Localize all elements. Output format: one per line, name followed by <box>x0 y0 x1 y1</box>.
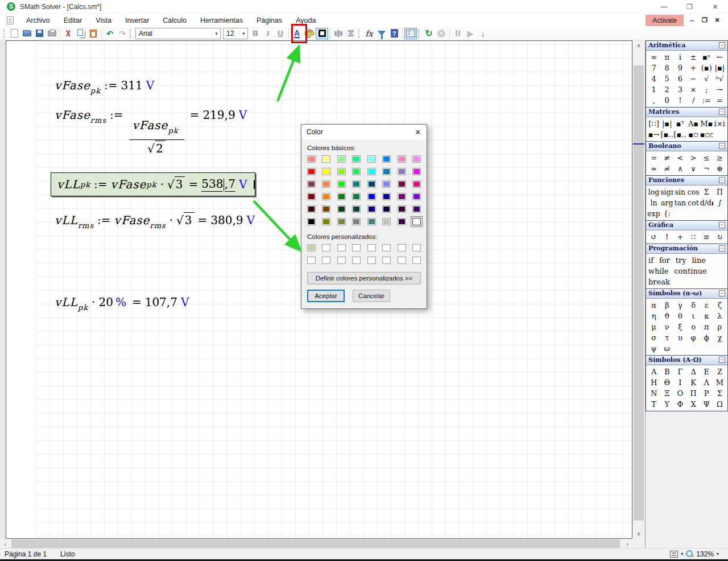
palette-button[interactable]: Ε <box>700 366 713 377</box>
vertical-scrollbar[interactable]: ∧ ∨ <box>633 40 644 539</box>
chevron-down-icon[interactable]: ▾ <box>239 31 247 36</box>
reference-button[interactable]: ? <box>388 28 400 39</box>
palette-button[interactable]: / <box>686 95 700 106</box>
custom-color-swatch[interactable] <box>367 257 376 264</box>
collapse-icon[interactable]: − <box>719 290 725 296</box>
palette-button[interactable]: < <box>673 152 686 163</box>
palette-button[interactable]: line <box>692 255 706 266</box>
panel-header[interactable]: Programación − <box>646 244 727 254</box>
palette-button[interactable]: ≤ <box>700 152 713 163</box>
palette-button[interactable]: while <box>648 266 669 277</box>
palette-button[interactable]: ξ <box>673 321 686 332</box>
paste-button[interactable] <box>87 28 100 39</box>
palette-button[interactable]: Π <box>713 187 726 197</box>
palette-button[interactable]: log <box>647 187 660 197</box>
palette-button[interactable]: ↻ <box>713 232 726 242</box>
color-swatch[interactable] <box>412 218 421 225</box>
palette-button[interactable]: ¬ <box>700 163 713 174</box>
palette-button[interactable]: ε <box>700 300 713 311</box>
palette-button[interactable]: ▪ⁿ <box>700 52 713 63</box>
palette-button[interactable]: ∨ <box>686 163 700 174</box>
palette-button[interactable]: Γ <box>673 366 686 377</box>
color-swatch[interactable] <box>322 168 330 175</box>
print-button[interactable] <box>46 28 58 39</box>
palette-button[interactable]: > <box>686 152 700 163</box>
color-swatch[interactable] <box>307 193 316 200</box>
palette-button[interactable]: tan <box>673 197 686 208</box>
palette-button[interactable]: {: <box>660 208 673 219</box>
palette-button[interactable]: Κ <box>686 377 700 388</box>
pause-button[interactable] <box>452 28 464 39</box>
palette-button[interactable]: cos <box>686 187 700 197</box>
palette-button[interactable]: for <box>659 255 670 266</box>
palette-button[interactable]: − <box>686 73 700 84</box>
custom-color-swatch[interactable] <box>352 257 361 264</box>
palette-button[interactable]: Φ <box>673 399 686 410</box>
italic-button[interactable]: I <box>262 28 274 39</box>
redo-button[interactable]: ↷ <box>116 28 129 39</box>
collapse-icon[interactable]: − <box>719 357 725 363</box>
color-swatch[interactable] <box>307 180 316 188</box>
open-button[interactable] <box>20 28 33 39</box>
color-swatch[interactable] <box>382 155 391 163</box>
scroll-left-icon[interactable]: ‹ <box>0 539 10 548</box>
custom-color-swatch[interactable] <box>382 257 391 264</box>
chevron-down-icon[interactable]: ▾ <box>717 551 719 556</box>
recalculate-button[interactable]: ↻ <box>423 28 435 39</box>
magnifier-icon[interactable] <box>686 550 693 558</box>
palette-button[interactable]: ; <box>700 84 713 95</box>
panel-header[interactable]: Símbolos (α-ω) − <box>646 289 727 299</box>
palette-button[interactable]: M▪ <box>700 118 713 129</box>
menu-item[interactable]: Páginas <box>250 15 289 26</box>
color-swatch[interactable] <box>412 168 421 175</box>
stop-button[interactable]: ✕ <box>435 28 448 39</box>
color-swatch[interactable] <box>352 218 361 225</box>
palette-button[interactable]: ↺ <box>647 232 660 242</box>
font-family-combo[interactable]: Arial ▾ <box>135 28 221 39</box>
palette-button[interactable]: A▪ <box>686 118 700 129</box>
color-swatch[interactable] <box>382 205 391 213</box>
palette-button[interactable]: 7 <box>647 63 660 73</box>
color-swatch[interactable] <box>398 205 406 213</box>
palette-button[interactable]: 9 <box>673 63 686 73</box>
palette-button[interactable]: ▪→ <box>647 129 660 140</box>
palette-button[interactable]: i×i <box>713 118 726 129</box>
palette-button[interactable]: Μ <box>713 377 726 388</box>
color-swatch[interactable] <box>398 218 406 225</box>
color-swatch[interactable] <box>382 193 391 200</box>
formula-vfase-rms[interactable]: vFaserms:=vFasepk√2=219,9V <box>55 108 247 155</box>
dialog-title-bar[interactable]: Color ✕ <box>301 125 427 139</box>
new-button[interactable] <box>8 28 20 39</box>
palette-button[interactable]: π <box>700 321 713 332</box>
toolbar-drag-handle[interactable] <box>3 29 6 38</box>
palette-button[interactable]: 8 <box>660 63 673 73</box>
formula-vll-rms[interactable]: vLLrms:=vFaserms·√3=380,9V <box>55 213 255 230</box>
color-swatch[interactable] <box>382 168 391 175</box>
palette-button[interactable]: ▪▫▫ <box>700 129 713 140</box>
panel-header[interactable]: Símbolos (Α-Ω) − <box>646 356 727 365</box>
palette-button[interactable]: ← <box>713 52 726 63</box>
palette-button[interactable]: θ <box>673 311 686 321</box>
custom-color-swatch[interactable] <box>398 257 406 264</box>
palette-button[interactable]: Π <box>686 388 700 399</box>
align-vertical-button[interactable] <box>345 28 357 39</box>
palette-button[interactable]: ± <box>686 52 700 63</box>
collapse-icon[interactable]: − <box>719 109 725 115</box>
palette-button[interactable]: continue <box>675 266 707 277</box>
panel-header[interactable]: Funciones − <box>646 176 727 185</box>
palette-button[interactable]: 1 <box>647 84 660 95</box>
palette-button[interactable]: ϑ <box>660 311 673 321</box>
palette-button[interactable]: λ <box>713 311 726 321</box>
palette-button[interactable]: Ο <box>673 388 686 399</box>
palette-button[interactable]: [▪‥] <box>673 129 686 140</box>
cancel-button[interactable]: Cancelar <box>353 290 390 302</box>
menu-item[interactable]: Insertar <box>118 15 156 26</box>
palette-button[interactable]: ln <box>647 197 660 208</box>
palette-button[interactable]: Θ <box>660 377 673 388</box>
collapse-icon[interactable]: − <box>719 245 725 251</box>
color-swatch[interactable] <box>412 155 421 163</box>
bold-button[interactable]: B <box>249 28 262 39</box>
align-horizontal-button[interactable] <box>332 28 345 39</box>
palette-button[interactable]: σ <box>647 332 660 343</box>
scroll-right-icon[interactable]: › <box>622 539 632 548</box>
